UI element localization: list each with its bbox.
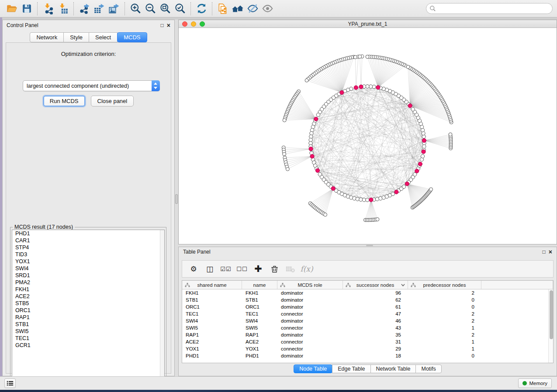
cell-shared-name[interactable]: SWI4 (182, 317, 242, 324)
cell-predecessor-nodes[interactable]: 2 (408, 310, 481, 317)
mcds-result-list[interactable]: PHD1CAR1STP4TID3YOX1SWI4SRD1PMA2FKH1ACE2… (12, 230, 165, 387)
delete-table-icon[interactable] (284, 263, 297, 275)
cell-mcds-role[interactable]: connector (277, 345, 343, 352)
cell-shared-name[interactable]: PHD1 (182, 352, 242, 359)
split-view-icon[interactable]: ◫ (204, 263, 216, 275)
table-row[interactable]: TEC1TEC1connector472 (182, 310, 548, 317)
result-node-item[interactable]: PHD1 (12, 230, 164, 237)
tab-select[interactable]: Select (89, 32, 118, 42)
export-image-icon[interactable] (107, 2, 121, 16)
zoom-out-icon[interactable] (143, 2, 158, 16)
cell-name[interactable]: FKH1 (242, 289, 277, 296)
cell-name[interactable]: ACE2 (242, 338, 277, 345)
cell-name[interactable]: SWI5 (242, 324, 277, 331)
result-node-item[interactable]: TID3 (12, 251, 164, 258)
vertical-splitter[interactable] (175, 20, 178, 376)
run-mcds-button[interactable]: Run MCDS (43, 96, 85, 107)
cell-predecessor-nodes[interactable]: 2 (408, 317, 481, 324)
export-network-icon[interactable] (77, 2, 92, 16)
import-network-icon[interactable] (41, 2, 55, 16)
criterion-dropdown[interactable]: largest connected component (undirected) (23, 80, 160, 91)
deselect-all-icon[interactable]: ☐☐ (236, 263, 248, 275)
result-node-item[interactable]: SWI4 (12, 265, 164, 272)
settings-gear-icon[interactable]: ⚙ (187, 263, 200, 275)
cell-name[interactable]: ORC1 (242, 303, 277, 310)
table-row[interactable]: STB1STB1dominator620 (182, 296, 548, 303)
refresh-view-icon[interactable] (194, 2, 209, 16)
zoom-fit-icon[interactable] (158, 2, 173, 16)
float-panel-icon[interactable]: □ (543, 249, 546, 254)
cell-predecessor-nodes[interactable]: 0 (408, 303, 481, 310)
result-node-item[interactable]: TEC1 (12, 335, 164, 342)
cell-successor-nodes[interactable]: 62 (343, 296, 408, 303)
apply-function-icon[interactable]: f(x) (301, 263, 313, 275)
cell-successor-nodes[interactable]: 96 (343, 289, 408, 296)
network-canvas[interactable] (179, 28, 557, 244)
maximize-window-icon[interactable] (200, 21, 205, 27)
cell-shared-name[interactable]: FKH1 (182, 289, 242, 296)
cell-shared-name[interactable]: ORC1 (182, 303, 242, 310)
cell-mcds-role[interactable]: dominator (277, 289, 343, 296)
cell-predecessor-nodes[interactable]: 0 (408, 352, 481, 359)
save-session-icon[interactable] (19, 2, 34, 16)
result-node-item[interactable]: FKH1 (12, 286, 164, 293)
table-row[interactable]: SWI5SWI5connector431 (182, 324, 548, 331)
open-file-icon[interactable] (4, 2, 19, 16)
hide-graphics-icon[interactable] (245, 2, 260, 16)
result-node-item[interactable]: SRD1 (12, 272, 164, 279)
cell-successor-nodes[interactable]: 31 (343, 338, 408, 345)
search-input[interactable] (426, 3, 553, 14)
cell-shared-name[interactable]: YOX1 (182, 345, 242, 352)
tab-mcds[interactable]: MCDS (117, 32, 147, 42)
cell-shared-name[interactable]: ACE2 (182, 338, 242, 345)
cell-predecessor-nodes[interactable]: 1 (408, 345, 481, 352)
result-node-item[interactable]: STB1 (12, 321, 164, 328)
result-node-item[interactable]: PMA2 (12, 279, 164, 286)
result-node-item[interactable]: CAR1 (12, 237, 164, 244)
close-window-icon[interactable] (182, 21, 187, 27)
cell-successor-nodes[interactable]: 18 (343, 352, 408, 359)
table-row[interactable]: ACE2ACE2connector311 (182, 338, 548, 345)
cell-predecessor-nodes[interactable]: 1 (408, 338, 481, 345)
select-all-icon[interactable]: ☑☑ (220, 263, 232, 275)
result-list-scrollbar[interactable] (160, 230, 164, 386)
table-row[interactable]: YOX1YOX1connector291 (182, 345, 548, 352)
tab-motifs[interactable]: Motifs (415, 364, 441, 373)
zoom-in-icon[interactable] (128, 2, 143, 16)
cell-name[interactable]: TEC1 (242, 310, 277, 317)
cell-shared-name[interactable]: SWI5 (182, 324, 242, 331)
cell-mcds-role[interactable]: dominator (277, 352, 343, 359)
cell-name[interactable]: STB1 (242, 296, 277, 303)
result-node-item[interactable]: YOX1 (12, 258, 164, 265)
cell-successor-nodes[interactable]: 61 (343, 303, 408, 310)
column-header-MCDS-role[interactable]: MCDS role (277, 281, 343, 289)
splitter-grip[interactable] (175, 194, 178, 204)
show-home-icon[interactable] (230, 2, 245, 16)
cell-predecessor-nodes[interactable]: 2 (408, 331, 481, 338)
table-vertical-scrollbar[interactable] (548, 289, 553, 363)
table-row[interactable]: SWI4SWI4dominator462 (182, 317, 548, 324)
column-header-shared-name[interactable]: shared name (182, 281, 242, 289)
tab-style[interactable]: Style (63, 32, 89, 42)
cell-mcds-role[interactable]: connector (277, 338, 343, 345)
close-panel-icon[interactable]: × (549, 249, 552, 255)
delete-column-icon[interactable] (268, 263, 280, 275)
result-node-item[interactable]: STB5 (12, 300, 164, 307)
cell-mcds-role[interactable]: dominator (277, 331, 343, 338)
tab-network-table[interactable]: Network Table (370, 364, 416, 373)
result-node-item[interactable]: STP4 (12, 244, 164, 251)
result-node-item[interactable]: GCR1 (12, 342, 164, 349)
cell-name[interactable]: PHD1 (242, 352, 277, 359)
tab-network[interactable]: Network (30, 32, 64, 42)
column-header-predecessor-nodes[interactable]: predecessor nodes (408, 281, 481, 289)
result-node-item[interactable]: ACE2 (12, 293, 164, 300)
tab-edge-table[interactable]: Edge Table (332, 364, 370, 373)
cell-shared-name[interactable]: TEC1 (182, 310, 242, 317)
minimize-window-icon[interactable] (191, 21, 196, 27)
cell-shared-name[interactable]: STB1 (182, 296, 242, 303)
cell-predecessor-nodes[interactable]: 2 (408, 289, 481, 296)
table-row[interactable]: RAP1RAP1dominator352 (182, 331, 548, 338)
result-node-item[interactable]: ORC1 (12, 307, 164, 314)
clone-network-icon[interactable] (215, 2, 230, 16)
cell-predecessor-nodes[interactable]: 0 (408, 296, 481, 303)
